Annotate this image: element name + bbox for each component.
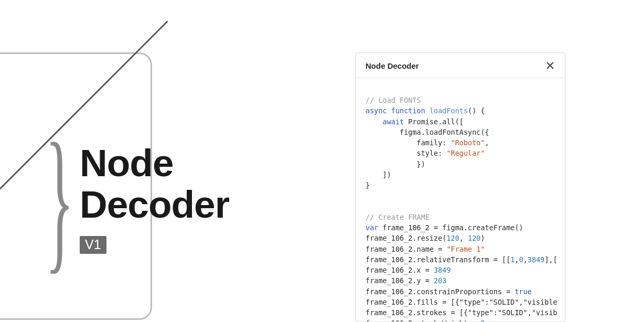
code-output: // Load FONTS async function loadFonts()… bbox=[356, 78, 565, 321]
close-icon bbox=[546, 61, 554, 70]
close-button[interactable] bbox=[545, 60, 555, 71]
brace-glyph: } bbox=[45, 151, 74, 246]
version-badge: V1 bbox=[80, 236, 106, 254]
plugin-panel: Node Decoder // Load FONTS async functio… bbox=[356, 52, 565, 322]
panel-header: Node Decoder bbox=[356, 53, 565, 78]
panel-title: Node Decoder bbox=[366, 61, 419, 70]
title-line-1: Node bbox=[80, 143, 229, 184]
title-line-2: Decoder bbox=[80, 184, 229, 226]
